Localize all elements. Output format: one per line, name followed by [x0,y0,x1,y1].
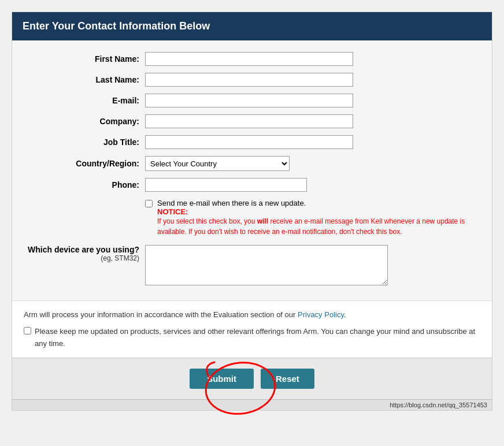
phone-input[interactable] [145,178,307,192]
device-row: Which device are you using? (eg, STM32) [24,245,480,285]
first-name-input[interactable] [145,52,353,66]
job-title-label: Job Title: [24,137,145,147]
contact-form-container: Enter Your Contact Information Below Fir… [12,12,492,411]
last-name-row: Last Name: [24,73,480,87]
device-label-sub: (eg, STM32) [24,254,139,262]
device-label: Which device are you using? (eg, STM32) [24,245,145,262]
url-text: https://blog.csdn.net/qq_35571453 [390,402,487,408]
company-label: Company: [24,117,145,126]
privacy-policy-link[interactable]: Privacy Policy [298,310,344,319]
email-input[interactable] [145,94,353,107]
reset-button[interactable]: Reset [261,369,314,389]
email-update-checkbox-row: Send me e-mail when there is a new updat… [145,199,480,237]
form-title: Enter Your Contact Information Below [23,20,210,32]
phone-label: Phone: [24,180,145,189]
privacy-section: Arm will process your information in acc… [12,300,492,358]
email-row: E-mail: [24,94,480,107]
keep-updated-row: Please keep me updated on products, serv… [24,326,480,350]
company-row: Company: [24,114,480,128]
notice-label: NOTICE: [157,207,188,216]
job-title-row: Job Title: [24,135,480,149]
first-name-row: First Name: [24,52,480,66]
button-row: Submit Reset [12,358,492,399]
notice-text: If you select this check box, you will r… [157,217,465,236]
device-label-main: Which device are you using? [24,245,139,254]
form-header: Enter Your Contact Information Below [12,12,492,40]
email-update-checkbox[interactable] [145,200,153,207]
privacy-text-before: Arm will process your information in acc… [24,310,298,319]
country-row: Country/Region: Select Your Country Unit… [24,156,480,171]
keep-updated-checkbox[interactable] [24,327,31,335]
notice-text-bold: will [257,217,268,225]
phone-row: Phone: [24,178,480,192]
first-name-label: First Name: [24,54,145,64]
company-input[interactable] [145,114,353,128]
keep-updated-text: Please keep me updated on products, serv… [35,326,480,350]
device-textarea[interactable] [145,245,388,285]
submit-button[interactable]: Submit [190,369,254,389]
privacy-text-after: . [344,310,346,319]
email-update-label: Send me e-mail when there is a new updat… [157,199,306,207]
country-label: Country/Region: [24,159,145,168]
country-select[interactable]: Select Your Country United States United… [145,156,290,171]
url-bar: https://blog.csdn.net/qq_35571453 [12,399,492,410]
last-name-input[interactable] [145,73,353,87]
notice-text-before: If you select this check box, you [157,217,257,225]
email-label: E-mail: [24,96,145,105]
form-body: First Name: Last Name: E-mail: Company: … [12,40,492,300]
last-name-label: Last Name: [24,75,145,84]
notice-block: Send me e-mail when there is a new updat… [157,199,480,237]
job-title-input[interactable] [145,135,353,149]
